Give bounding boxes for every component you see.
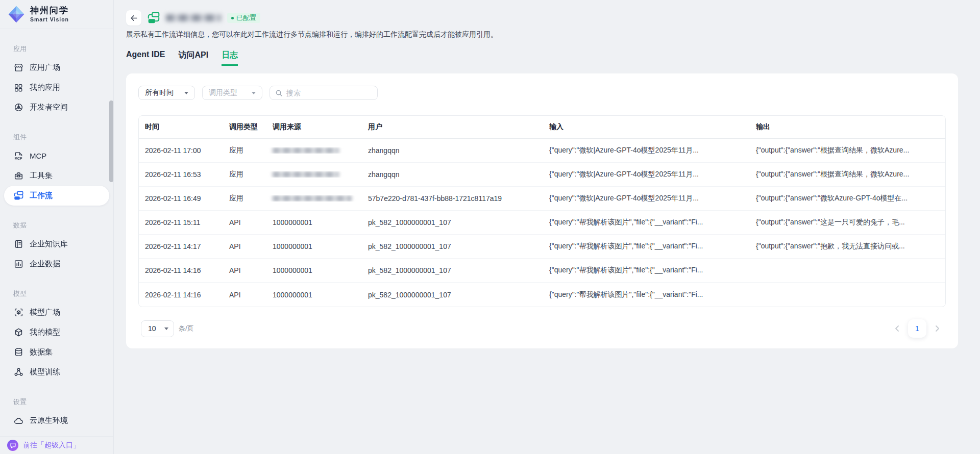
search-box[interactable]: [270, 86, 378, 100]
workflow-title-redacted: [166, 14, 221, 21]
col-header-time: 时间: [139, 122, 223, 132]
main-content: 已配置 展示私有工作流详细信息，您可以在此对工作流进行多节点编排和运行，编排好的…: [114, 0, 980, 348]
tab-bar: Agent IDE 访问API 日志: [126, 50, 980, 66]
status-dot-icon: [231, 17, 234, 19]
sidebar-item-my-models[interactable]: 我的模型: [4, 322, 109, 342]
sidebar-item-knowledge-base[interactable]: 企业知识库: [4, 234, 109, 254]
redacted-source: [273, 147, 339, 154]
search-input[interactable]: [286, 89, 372, 97]
call-type-filter-select[interactable]: 调用类型: [202, 86, 262, 100]
redacted-source: [273, 195, 352, 201]
sidebar-item-label: MCP: [30, 152, 46, 160]
bar-chart-icon: [13, 259, 23, 269]
tab-access-api[interactable]: 访问API: [178, 50, 208, 66]
section-label-data: 数据: [13, 221, 109, 230]
cloud-icon: [13, 416, 23, 426]
sidebar-item-toolset[interactable]: 工具集: [4, 166, 109, 186]
time-filter-select[interactable]: 所有时间: [138, 86, 195, 100]
sidebar-item-workflow[interactable]: 工作流: [4, 186, 109, 206]
sidebar-item-label: 云原生环境: [30, 416, 68, 425]
chevron-down-icon: [252, 92, 256, 96]
col-header-input: 输入: [543, 122, 750, 132]
sidebar-item-label: 工具集: [30, 171, 53, 181]
tab-agent-ide[interactable]: Agent IDE: [126, 50, 165, 66]
brand-name: 神州问学: [30, 6, 69, 15]
chat-bubble-icon: [7, 440, 18, 451]
sidebar-item-my-apps[interactable]: 我的应用: [4, 78, 109, 97]
sidebar-item-datasets[interactable]: 数据集: [4, 342, 109, 362]
toolbox-icon: [13, 171, 23, 181]
page-size-unit: 条/页: [179, 324, 194, 333]
sidebar-nav: 应用 应用广场 我的应用: [0, 29, 113, 436]
sidebar-item-label: 应用广场: [30, 63, 60, 72]
logs-card: 所有时间 调用类型 时间 调用类型 调用来源 用户: [126, 73, 958, 348]
sidebar-item-label: 开发者空间: [30, 103, 68, 112]
sidebar-item-app-market[interactable]: 应用广场: [4, 58, 109, 78]
status-badge: 已配置: [227, 13, 260, 23]
table-row[interactable]: 2026-02-11 16:49 应用 57b7e220-d781-437f-b…: [139, 187, 945, 211]
section-label-models: 模型: [13, 289, 109, 298]
sidebar-item-label: 模型训练: [30, 367, 60, 377]
sidebar-item-label: 我的模型: [30, 327, 60, 337]
workflow-header: 已配置: [126, 10, 980, 26]
table-row[interactable]: 2026-02-11 17:00 应用 zhangqqn {"query":"微…: [139, 139, 945, 163]
model-scan-icon: [13, 308, 23, 318]
sidebar-item-mcp[interactable]: MCP MCP: [4, 146, 109, 166]
super-portal-link[interactable]: 前往「超级入口」: [0, 436, 113, 454]
database-connect-icon: [13, 436, 23, 437]
sidebar-item-label: 模型广场: [30, 308, 60, 317]
database-icon: [13, 347, 23, 358]
back-button[interactable]: [126, 10, 141, 26]
tab-logs[interactable]: 日志: [222, 50, 238, 66]
page-number[interactable]: 1: [908, 319, 926, 338]
developer-space-icon: [13, 103, 23, 113]
pagination-bar: 10 条/页 1: [138, 319, 946, 338]
super-portal-label: 前往「超级入口」: [23, 441, 80, 450]
sidebar-item-db-connection[interactable]: 数据库连接: [4, 431, 109, 436]
table-row[interactable]: 2026-02-11 15:11 API 1000000001 pk_582_1…: [139, 211, 945, 235]
sidebar-item-enterprise-data[interactable]: 企业数据: [4, 254, 109, 274]
sidebar-item-developer-space[interactable]: 开发者空间: [4, 97, 109, 117]
sidebar-item-model-training[interactable]: 模型训练: [4, 362, 109, 382]
redacted-source: [273, 171, 339, 178]
workflow-type-icon: [148, 12, 160, 24]
svg-text:MCP: MCP: [14, 157, 22, 160]
search-icon: [275, 89, 283, 97]
chevron-down-icon: [164, 327, 168, 332]
table-header-row: 时间 调用类型 调用来源 用户 输入 输出: [139, 116, 945, 139]
table-row[interactable]: 2026-02-11 14:16 API 1000000001 pk_582_1…: [139, 283, 945, 307]
sidebar: 神州问学 Smart Vision 应用 应用广场 我的应用: [0, 0, 114, 454]
table-row[interactable]: 2026-02-11 14:17 API 1000000001 pk_582_1…: [139, 235, 945, 259]
section-label-apps: 应用: [13, 44, 109, 54]
brand-logo-icon: [7, 5, 26, 23]
sidebar-item-label: 企业数据: [30, 259, 60, 269]
next-page-button[interactable]: [931, 322, 943, 335]
workflow-icon: [13, 191, 23, 201]
section-label-settings: 设置: [13, 397, 109, 407]
filter-bar: 所有时间 调用类型: [138, 86, 946, 100]
grid-icon: [13, 83, 23, 93]
cube-icon: [13, 327, 23, 338]
sidebar-item-label: 工作流: [30, 191, 53, 200]
brand: 神州问学 Smart Vision: [0, 0, 113, 29]
sidebar-item-label: 数据库连接: [30, 436, 68, 436]
col-header-call-source: 调用来源: [266, 122, 362, 132]
prev-page-button[interactable]: [891, 322, 903, 335]
section-label-components: 组件: [13, 133, 109, 142]
page-size-select[interactable]: 10: [141, 320, 174, 337]
sidebar-scrollbar[interactable]: [109, 100, 113, 182]
brand-subtitle: Smart Vision: [30, 17, 69, 22]
sidebar-item-cloud-native[interactable]: 云原生环境: [4, 411, 109, 431]
sidebar-item-label: 我的应用: [30, 83, 60, 92]
mcp-icon: MCP: [13, 151, 23, 161]
col-header-output: 输出: [750, 122, 945, 132]
knowledge-base-icon: [13, 239, 23, 249]
table-row[interactable]: 2026-02-11 16:53 应用 zhangqqn {"query":"微…: [139, 163, 945, 187]
col-header-call-type: 调用类型: [223, 122, 266, 132]
sidebar-item-label: 企业知识库: [30, 239, 68, 249]
sidebar-item-label: 数据集: [30, 347, 53, 357]
sidebar-item-model-market[interactable]: 模型广场: [4, 302, 109, 322]
molecule-icon: [13, 367, 23, 377]
table-row[interactable]: 2026-02-11 14:16 API 1000000001 pk_582_1…: [139, 259, 945, 283]
chevron-down-icon: [184, 92, 188, 96]
